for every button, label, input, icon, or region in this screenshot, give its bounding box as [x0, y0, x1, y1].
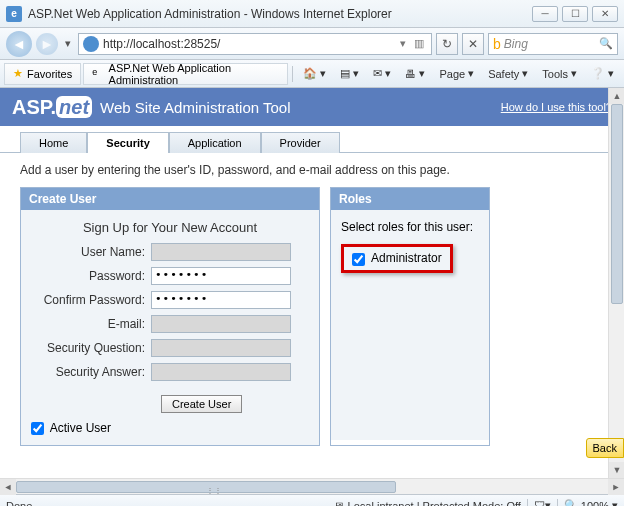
- confirm-password-field[interactable]: •••••••: [151, 291, 291, 309]
- address-dropdown[interactable]: ▾: [395, 37, 411, 50]
- feeds-button[interactable]: ▤▾: [334, 65, 365, 82]
- favorites-label: Favorites: [27, 68, 72, 80]
- label-email: E-mail:: [31, 317, 151, 331]
- help-icon: ❔: [591, 67, 605, 80]
- tab-title: ASP.Net Web Application Administration: [109, 62, 280, 86]
- home-button[interactable]: 🏠▾: [297, 65, 332, 82]
- role-administrator-label: Administrator: [371, 251, 442, 265]
- tools-menu[interactable]: Tools ▾: [536, 65, 583, 82]
- window-title: ASP.Net Web Application Administration -…: [28, 7, 532, 21]
- zoom-dropdown[interactable]: ▾: [612, 499, 618, 506]
- password-field[interactable]: •••••••: [151, 267, 291, 285]
- vertical-scrollbar[interactable]: ▲ ▼: [608, 88, 624, 478]
- label-username: User Name:: [31, 245, 151, 259]
- scroll-right-arrow[interactable]: ►: [608, 479, 624, 495]
- search-button[interactable]: 🔍: [599, 37, 613, 50]
- nav-history-dropdown[interactable]: ▾: [62, 37, 74, 50]
- create-user-button[interactable]: Create User: [161, 395, 242, 413]
- tab-security[interactable]: Security: [87, 132, 168, 153]
- email-field[interactable]: [151, 315, 291, 333]
- compat-view-icon[interactable]: ▥: [411, 37, 427, 50]
- signup-title: Sign Up for Your New Account: [31, 220, 309, 235]
- nav-toolbar: ◄ ► ▾ ▾ ▥ ↻ ✕ b Bing 🔍: [0, 28, 624, 60]
- label-question: Security Question:: [31, 341, 151, 355]
- forward-button[interactable]: ►: [36, 33, 58, 55]
- search-box[interactable]: b Bing 🔍: [488, 33, 618, 55]
- security-answer-field[interactable]: [151, 363, 291, 381]
- tab-provider[interactable]: Provider: [261, 132, 340, 153]
- scroll-thumb[interactable]: [611, 104, 623, 304]
- aspnet-logo: ASP.net: [12, 96, 92, 119]
- site-banner: ASP.net Web Site Administration Tool How…: [0, 88, 624, 126]
- protected-mode-icon[interactable]: 🛡▾: [534, 499, 551, 506]
- search-provider: Bing: [504, 37, 528, 51]
- browser-tab[interactable]: e ASP.Net Web Application Administration: [83, 63, 288, 85]
- status-text: Done: [6, 500, 32, 507]
- scroll-left-arrow[interactable]: ◄: [0, 479, 16, 495]
- status-bar: Done 🖥 Local intranet | Protected Mode: …: [0, 494, 624, 506]
- label-answer: Security Answer:: [31, 365, 151, 379]
- refresh-button[interactable]: ↻: [436, 33, 458, 55]
- separator: [292, 66, 293, 82]
- minimize-button[interactable]: ─: [532, 6, 558, 22]
- role-administrator-checkbox[interactable]: [352, 253, 365, 266]
- command-toolbar: ★ Favorites e ASP.Net Web Application Ad…: [0, 60, 624, 88]
- zoom-icon: 🔍: [564, 499, 578, 506]
- roles-panel: Roles Select roles for this user: Admini…: [330, 187, 490, 446]
- close-button[interactable]: ✕: [592, 6, 618, 22]
- horizontal-scrollbar[interactable]: ◄ ⋮⋮ ►: [0, 478, 624, 494]
- url-input[interactable]: [103, 37, 395, 51]
- back-page-button[interactable]: Back: [586, 438, 624, 458]
- help-button[interactable]: ❔▾: [585, 65, 620, 82]
- zone-icon: 🖥: [333, 500, 344, 507]
- mail-icon: ✉: [373, 67, 382, 80]
- scroll-up-arrow[interactable]: ▲: [609, 88, 624, 104]
- home-icon: 🏠: [303, 67, 317, 80]
- label-confirm: Confirm Password:: [31, 293, 151, 307]
- print-button[interactable]: 🖶▾: [399, 65, 431, 82]
- mail-button[interactable]: ✉▾: [367, 65, 397, 82]
- window-titlebar: e ASP.Net Web Application Administration…: [0, 0, 624, 28]
- favorites-button[interactable]: ★ Favorites: [4, 63, 81, 85]
- page-content: ▲ ▼ ASP.net Web Site Administration Tool…: [0, 88, 624, 478]
- scroll-down-arrow[interactable]: ▼: [609, 462, 624, 478]
- zoom-value: 100%: [581, 500, 609, 507]
- safety-menu[interactable]: Safety ▾: [482, 65, 534, 82]
- security-zone: Local intranet | Protected Mode: Off: [348, 500, 521, 507]
- active-user-label: Active User: [50, 421, 111, 435]
- rss-icon: ▤: [340, 67, 350, 80]
- security-question-field[interactable]: [151, 339, 291, 357]
- stop-button[interactable]: ✕: [462, 33, 484, 55]
- bing-icon: b: [493, 36, 501, 52]
- tab-favicon: e: [92, 67, 104, 81]
- role-highlight-box: Administrator: [341, 244, 453, 273]
- create-user-header: Create User: [21, 188, 319, 210]
- back-button[interactable]: ◄: [6, 31, 32, 57]
- page-description: Add a user by entering the user's ID, pa…: [0, 153, 624, 187]
- tab-home[interactable]: Home: [20, 132, 87, 153]
- address-bar[interactable]: ▾ ▥: [78, 33, 432, 55]
- print-icon: 🖶: [405, 68, 416, 80]
- tab-application[interactable]: Application: [169, 132, 261, 153]
- separator: [557, 499, 558, 507]
- admin-tabs: Home Security Application Provider: [20, 132, 624, 153]
- active-user-checkbox[interactable]: [31, 422, 44, 435]
- star-icon: ★: [13, 67, 23, 80]
- create-user-panel: Create User Sign Up for Your New Account…: [20, 187, 320, 446]
- maximize-button[interactable]: ☐: [562, 6, 588, 22]
- roles-header: Roles: [331, 188, 489, 210]
- globe-icon: [83, 36, 99, 52]
- page-menu[interactable]: Page ▾: [433, 65, 480, 82]
- hscroll-thumb[interactable]: ⋮⋮: [16, 481, 396, 493]
- help-link[interactable]: How do I use this tool?: [501, 101, 612, 113]
- site-title: Web Site Administration Tool: [100, 99, 290, 116]
- roles-prompt: Select roles for this user:: [341, 220, 479, 234]
- separator: [527, 499, 528, 507]
- label-password: Password:: [31, 269, 151, 283]
- hscroll-track[interactable]: ⋮⋮: [16, 479, 608, 495]
- app-icon: e: [6, 6, 22, 22]
- zoom-control[interactable]: 🔍 100% ▾: [564, 499, 618, 506]
- username-field[interactable]: [151, 243, 291, 261]
